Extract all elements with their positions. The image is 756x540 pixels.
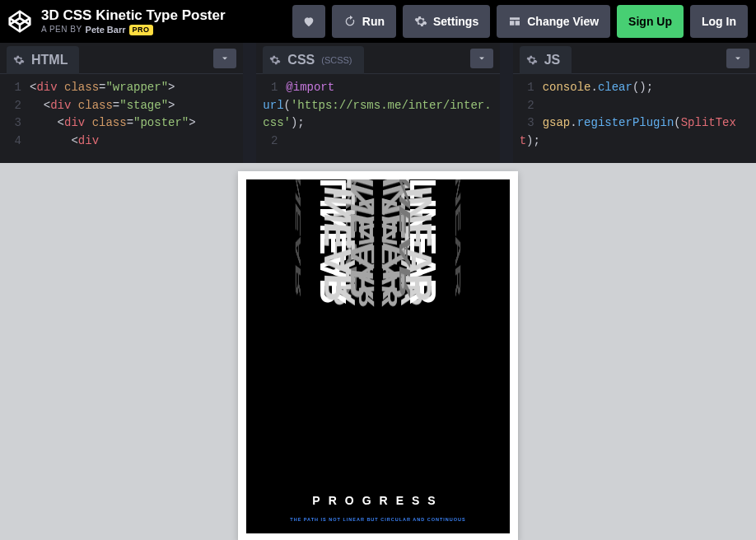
code-line: 3 <div class="poster"> — [7, 114, 236, 133]
editor-preprocessor-css: (SCSS) — [321, 55, 352, 65]
reload-icon — [343, 15, 357, 28]
pro-badge: PRO — [129, 25, 153, 35]
login-label: Log In — [702, 15, 736, 28]
gear-icon — [269, 54, 281, 66]
signup-button[interactable]: Sign Up — [617, 5, 684, 38]
byline-prefix: A PEN BY — [41, 25, 82, 35]
code-js[interactable]: 1console.clear();23gsap.registerPlugin(S… — [513, 74, 756, 163]
poster: LINEARLINEARLINEARLINEARLINEARLINEARLINE… — [246, 179, 510, 533]
editor-header-js: JS — [513, 43, 756, 74]
app-header: 3D CSS Kinetic Type Poster A PEN BY Pete… — [0, 0, 756, 43]
poster-title: PROGRESS — [312, 494, 443, 507]
love-button[interactable] — [292, 5, 325, 38]
code-line: 2 <div class="stage"> — [7, 97, 236, 115]
editor-header-css: CSS (SCSS) — [256, 43, 499, 74]
run-button[interactable]: Run — [332, 5, 396, 38]
gear-icon — [526, 54, 538, 66]
change-view-button[interactable]: Change View — [497, 5, 610, 38]
chevron-down-icon — [733, 54, 743, 63]
code-line: 2 — [263, 133, 492, 151]
editor-tab-js[interactable]: JS — [520, 46, 572, 74]
code-css[interactable]: 1@import url('https://rsms.me/inter/inte… — [256, 74, 499, 163]
run-label: Run — [362, 15, 385, 28]
chevron-down-icon — [220, 54, 230, 63]
pen-byline: A PEN BY Pete Barr PRO — [41, 25, 286, 35]
editor-header-html: HTML — [0, 43, 243, 74]
author-link[interactable]: Pete Barr — [86, 25, 126, 35]
editor-css: CSS (SCSS) 1@import url('https://rsms.me… — [256, 43, 499, 163]
settings-button[interactable]: Settings — [403, 5, 490, 38]
code-line: 4 <div — [7, 133, 236, 151]
gear-icon — [414, 15, 427, 28]
editor-collapse-html[interactable] — [213, 49, 236, 68]
editor-name-html: HTML — [31, 53, 68, 68]
poster-subtitle: THE PATH IS NOT LINEAR BUT CIRCULAR AND … — [290, 517, 465, 522]
code-line: 1<div class="wrapper"> — [7, 79, 236, 97]
kinetic-stage: LINEARLINEARLINEARLINEARLINEARLINEARLINE… — [246, 221, 510, 439]
change-view-label: Change View — [527, 15, 599, 28]
preview-pane: LINEARLINEARLINEARLINEARLINEARLINEARLINE… — [0, 163, 756, 540]
login-button[interactable]: Log In — [690, 5, 748, 38]
codepen-logo-icon[interactable] — [8, 10, 31, 33]
editor-name-js: JS — [544, 53, 561, 68]
code-html[interactable]: 1<div class="wrapper">2 <div class="stag… — [0, 74, 243, 163]
chevron-down-icon — [477, 54, 487, 63]
gear-icon — [13, 54, 25, 66]
editor-collapse-js[interactable] — [726, 49, 749, 68]
editor-js: JS 1console.clear();23gsap.registerPlugi… — [513, 43, 756, 163]
editor-tab-html[interactable]: HTML — [7, 46, 79, 74]
code-line: 1console.clear(); — [520, 79, 749, 97]
code-line: 1@import url('https://rsms.me/inter/inte… — [263, 79, 492, 133]
editor-row: HTML 1<div class="wrapper">2 <div class=… — [0, 43, 756, 163]
editor-tab-css[interactable]: CSS (SCSS) — [263, 46, 363, 74]
pen-title: 3D CSS Kinetic Type Poster — [41, 7, 286, 24]
layout-icon — [508, 15, 521, 28]
code-line: 3gsap.registerPlugin(SplitTex t); — [520, 114, 749, 150]
signup-label: Sign Up — [628, 15, 672, 28]
code-line: 2 — [520, 97, 749, 115]
settings-label: Settings — [433, 15, 478, 28]
poster-frame: LINEARLINEARLINEARLINEARLINEARLINEARLINE… — [238, 171, 518, 540]
editor-html: HTML 1<div class="wrapper">2 <div class=… — [0, 43, 243, 163]
heart-icon — [302, 15, 315, 28]
editor-collapse-css[interactable] — [470, 49, 493, 68]
editor-name-css: CSS — [287, 53, 315, 68]
pen-title-block: 3D CSS Kinetic Type Poster A PEN BY Pete… — [41, 7, 286, 35]
